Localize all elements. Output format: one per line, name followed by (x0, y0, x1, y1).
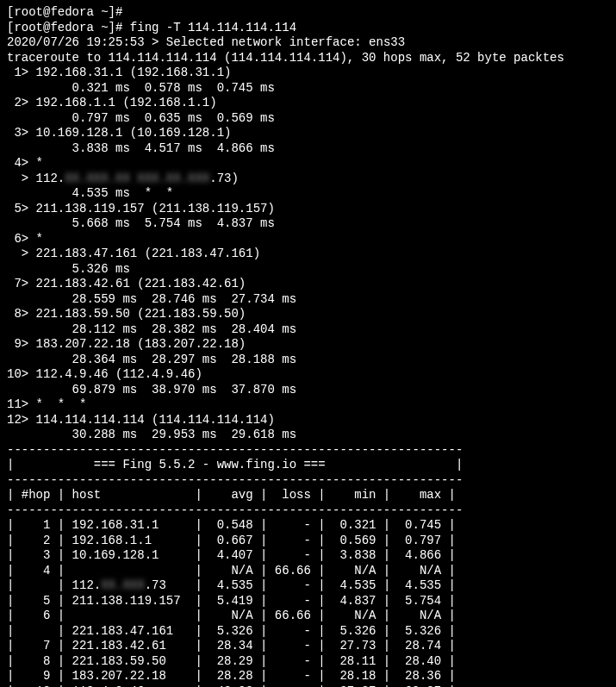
table-rule: ----------------------------------------… (7, 503, 463, 517)
table-rule: ----------------------------------------… (7, 473, 463, 487)
table-head: | #hop | host | avg | loss | min | max | (7, 488, 456, 502)
terminal[interactable]: [root@fedora ~]# [root@fedora ~]# fing -… (0, 0, 616, 687)
hop-list: 1> 192.168.31.1 (192.168.31.1) 0.321 ms … (7, 66, 296, 441)
prompt-line: [root@fedora ~]# fing -T 114.114.114.114 (7, 21, 296, 34)
table-title: | === Fing 5.5.2 - www.fing.io === | (7, 458, 463, 472)
header-iface: 2020/07/26 19:25:53 > Selected network i… (7, 35, 405, 49)
command: fing -T 114.114.114.114 (130, 21, 296, 34)
prompt-line: [root@fedora ~]# (7, 5, 122, 19)
table-rule: ----------------------------------------… (7, 443, 463, 457)
header-trace: traceroute to 114.114.114.114 (114.114.1… (7, 51, 564, 65)
table-body: | 1 | 192.168.31.1 | 0.548 | - | 0.321 |… (7, 518, 456, 687)
